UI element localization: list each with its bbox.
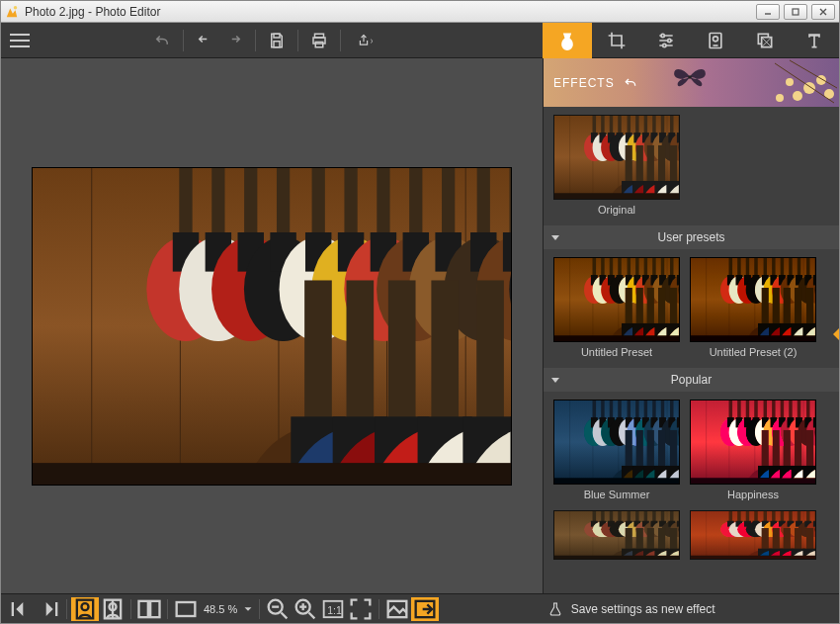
zoom-out-button[interactable]: [264, 597, 292, 621]
print-button[interactable]: [304, 27, 334, 54]
maximize-button[interactable]: [784, 4, 807, 20]
fit-screen-button[interactable]: [347, 597, 375, 621]
tool-tabs: [543, 23, 839, 57]
original-preset[interactable]: Original: [553, 115, 829, 216]
portrait-full-button[interactable]: [71, 597, 99, 621]
save-as-effect-label: Save settings as new effect: [571, 602, 715, 616]
svg-rect-41: [139, 600, 148, 616]
svg-point-25: [688, 75, 692, 79]
share-button[interactable]: [347, 27, 386, 54]
bottom-toolbar: 48.5 % 1:1 Save settings as new effect: [1, 593, 839, 623]
flowers-decor: [720, 58, 839, 107]
window-title: Photo 2.jpg - Photo Editor: [25, 5, 752, 19]
section-user-label: User presets: [657, 230, 724, 244]
preset-label: Happiness: [727, 489, 779, 500]
preset-untitled-2[interactable]: Untitled Preset (2): [690, 257, 816, 358]
preset-happiness[interactable]: Happiness: [690, 400, 816, 500]
effects-banner: EFFECTS: [544, 58, 839, 107]
compare-button[interactable]: [135, 597, 163, 621]
tab-effects[interactable]: [543, 23, 592, 58]
svg-point-20: [663, 44, 666, 46]
export-image-button[interactable]: [411, 597, 439, 621]
svg-rect-13: [274, 34, 280, 38]
svg-point-37: [82, 603, 89, 610]
save-button[interactable]: [262, 27, 292, 54]
butterfly-decor: [672, 62, 708, 92]
svg-line-48: [309, 612, 315, 618]
expand-panel-arrow[interactable]: [833, 326, 839, 342]
chevron-down-icon: [551, 235, 559, 240]
tab-crop[interactable]: [592, 23, 641, 58]
section-user-presets[interactable]: User presets: [544, 225, 839, 249]
svg-rect-14: [274, 41, 280, 46]
canvas-size-icon: [172, 597, 200, 621]
svg-point-22: [714, 37, 718, 42]
svg-rect-34: [12, 602, 14, 616]
reset-effects-icon[interactable]: [623, 75, 638, 91]
main-area: EFFECTS Original User presets Unti: [1, 58, 839, 593]
app-icon: [5, 5, 19, 19]
effects-label: EFFECTS: [553, 76, 615, 90]
chevron-down-icon: [551, 378, 559, 383]
svg-point-18: [661, 34, 664, 37]
effects-scroll[interactable]: Original User presets Untitled Preset Un…: [544, 107, 839, 593]
preset-label: Untitled Preset (2): [710, 346, 798, 358]
svg-line-45: [282, 612, 288, 618]
zoom-in-button[interactable]: [292, 597, 319, 621]
effects-panel: EFFECTS Original User presets Unti: [543, 58, 839, 593]
zoom-dropdown[interactable]: [241, 597, 255, 621]
original-label: Original: [553, 204, 680, 216]
preset-label: Blue Summer: [584, 489, 650, 500]
tab-retouch[interactable]: [691, 23, 740, 58]
preset-untitled-1[interactable]: Untitled Preset: [553, 257, 680, 358]
canvas-area[interactable]: [1, 58, 543, 593]
section-popular[interactable]: Popular: [544, 368, 839, 392]
menu-button[interactable]: [1, 23, 39, 58]
beaker-icon: [547, 601, 563, 617]
top-toolbar: [1, 23, 839, 58]
undo-history-button[interactable]: [147, 27, 177, 54]
preset-blue-summer[interactable]: Blue Summer: [553, 400, 680, 500]
svg-point-31: [776, 94, 784, 102]
portrait-half-button[interactable]: [99, 597, 126, 621]
tab-adjust[interactable]: [641, 23, 691, 58]
tab-text[interactable]: [790, 23, 839, 58]
svg-point-10: [14, 5, 18, 9]
fit-actual-button[interactable]: 1:1: [319, 597, 347, 621]
preset-extra-2[interactable]: [690, 510, 816, 560]
tab-textures[interactable]: [740, 23, 790, 58]
svg-rect-35: [55, 602, 57, 616]
app-window: Photo 2.jpg - Photo Editor: [0, 0, 840, 624]
svg-text:1:1: 1:1: [327, 603, 342, 615]
section-popular-label: Popular: [671, 373, 712, 387]
redo-button[interactable]: [219, 27, 249, 54]
svg-point-30: [786, 78, 794, 86]
canvas-image: [32, 167, 512, 486]
titlebar: Photo 2.jpg - Photo Editor: [1, 1, 839, 23]
svg-rect-42: [150, 600, 159, 616]
save-as-effect-button[interactable]: Save settings as new effect: [488, 601, 785, 617]
background-button[interactable]: [383, 597, 411, 621]
svg-point-28: [793, 91, 802, 101]
next-image-button[interactable]: [35, 597, 62, 621]
prev-image-button[interactable]: [7, 597, 35, 621]
preset-extra-1[interactable]: [553, 510, 680, 560]
undo-button[interactable]: [190, 27, 219, 54]
close-button[interactable]: [811, 4, 835, 20]
svg-rect-12: [793, 9, 798, 15]
preset-label: Untitled Preset: [581, 346, 652, 358]
zoom-level: 48.5 %: [204, 603, 237, 615]
minimize-button[interactable]: [756, 4, 780, 20]
svg-point-19: [668, 39, 671, 42]
svg-rect-43: [177, 602, 196, 616]
